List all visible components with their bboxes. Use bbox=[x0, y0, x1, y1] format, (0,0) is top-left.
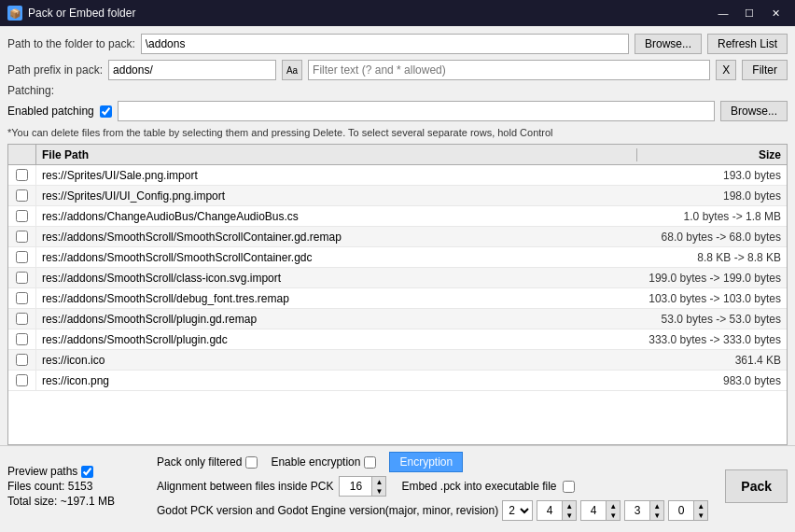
pack-button[interactable]: Pack bbox=[725, 469, 788, 503]
alignment-row: Alignment between files inside PCK ▲ ▼ E… bbox=[157, 476, 716, 497]
table-row[interactable]: res://icon.png983.0 bytes bbox=[8, 371, 787, 391]
table-row[interactable]: res://addons/SmoothScroll/debug_font.tre… bbox=[8, 288, 787, 309]
bottom-left: Preview paths Files count: 5153 Total si… bbox=[7, 465, 157, 508]
clear-filter-button[interactable]: X bbox=[716, 60, 736, 80]
embed-label: Embed .pck into executable file bbox=[401, 480, 556, 493]
alignment-down-button[interactable]: ▼ bbox=[372, 486, 385, 496]
files-count-value: 5153 bbox=[68, 480, 93, 493]
row-size: 103.0 bytes -> 103.0 bytes bbox=[637, 292, 787, 305]
bottom-right: Pack bbox=[725, 469, 788, 503]
revision2-down[interactable]: ▼ bbox=[694, 511, 707, 520]
alignment-value[interactable] bbox=[339, 476, 372, 497]
aa-button[interactable]: Aa bbox=[282, 60, 302, 80]
table-row[interactable]: res://icon.ico361.4 KB bbox=[8, 350, 787, 371]
row-checkbox[interactable] bbox=[16, 292, 28, 304]
patching-section: Patching: Enabled patching Browse... bbox=[7, 84, 788, 121]
table-row[interactable]: res://addons/SmoothScroll/SmoothScrollCo… bbox=[8, 227, 787, 247]
table-row[interactable]: res://addons/SmoothScroll/plugin.gdc333.… bbox=[8, 329, 787, 350]
content-area: Path to the folder to pack: Browse... Re… bbox=[0, 26, 795, 532]
revision-up[interactable]: ▲ bbox=[650, 501, 663, 511]
row-size: 68.0 bytes -> 68.0 bytes bbox=[637, 231, 787, 244]
enabled-patching-checkbox[interactable] bbox=[100, 105, 112, 118]
maximize-button[interactable]: ☐ bbox=[737, 4, 761, 22]
minor-up[interactable]: ▲ bbox=[607, 501, 620, 511]
filter-button[interactable]: Filter bbox=[742, 60, 788, 80]
revision2-input[interactable] bbox=[668, 500, 694, 521]
revision2-up[interactable]: ▲ bbox=[694, 501, 707, 511]
patching-path-input[interactable] bbox=[118, 101, 715, 121]
row-path: res://addons/SmoothScroll/debug_font.tre… bbox=[36, 292, 637, 305]
revision-down[interactable]: ▼ bbox=[650, 511, 663, 520]
row-checkbox[interactable] bbox=[16, 272, 28, 284]
revision2-spinbox-btns: ▲ ▼ bbox=[694, 500, 708, 521]
pack-only-filtered-checkbox[interactable] bbox=[245, 456, 258, 469]
row-checkbox[interactable] bbox=[16, 313, 28, 325]
row-check bbox=[8, 227, 36, 246]
revision2-spinbox[interactable]: ▲ ▼ bbox=[668, 500, 708, 521]
files-count-row: Files count: 5153 bbox=[7, 480, 157, 493]
table-row[interactable]: res://addons/SmoothScroll/class-icon.svg… bbox=[8, 268, 787, 288]
major-spinbox-btns: ▲ ▼ bbox=[563, 500, 577, 521]
row-checkbox[interactable] bbox=[16, 374, 28, 386]
row-size: 198.0 bytes bbox=[637, 189, 787, 203]
row-checkbox[interactable] bbox=[16, 169, 28, 181]
preview-paths-checkbox[interactable] bbox=[81, 466, 93, 478]
browse-button-folder[interactable]: Browse... bbox=[635, 34, 702, 54]
bottom-middle: Pack only filtered Enable encryption Enc… bbox=[157, 452, 716, 521]
major-down[interactable]: ▼ bbox=[563, 511, 576, 520]
version-row: Godot PCK version and Godot Engine versi… bbox=[157, 500, 716, 521]
browse-button-patching[interactable]: Browse... bbox=[720, 101, 788, 121]
preview-paths-label: Preview paths bbox=[7, 465, 77, 478]
enable-encryption-row: Enable encryption bbox=[271, 455, 376, 469]
table-row[interactable]: res://addons/SmoothScroll/plugin.gd.rema… bbox=[8, 309, 787, 329]
enable-encryption-checkbox[interactable] bbox=[364, 456, 376, 469]
pck-version-spinbox[interactable]: 2 1 bbox=[502, 500, 533, 521]
row-checkbox[interactable] bbox=[16, 251, 28, 263]
pack-only-filtered-row: Pack only filtered bbox=[157, 455, 258, 469]
title-bar-controls: — ☐ ✕ bbox=[711, 4, 788, 22]
row-path: res://addons/SmoothScroll/class-icon.svg… bbox=[36, 272, 637, 285]
minor-input[interactable] bbox=[580, 500, 607, 521]
encryption-button[interactable]: Encryption bbox=[389, 452, 463, 472]
row-path: res://addons/SmoothScroll/SmoothScrollCo… bbox=[36, 231, 637, 244]
close-button[interactable]: ✕ bbox=[763, 4, 788, 22]
filter-input[interactable] bbox=[308, 60, 710, 80]
minimize-button[interactable]: — bbox=[711, 4, 735, 22]
revision-spinbox[interactable]: ▲ ▼ bbox=[624, 500, 664, 521]
col-checkbox-header bbox=[8, 145, 36, 164]
table-row[interactable]: res://Sprites/UI/UI_Config.png.import198… bbox=[8, 186, 787, 206]
major-spinbox[interactable]: ▲ ▼ bbox=[537, 500, 577, 521]
enabled-patching-label: Enabled patching bbox=[7, 105, 94, 118]
row-check bbox=[8, 288, 36, 308]
total-size-label: Total size: bbox=[7, 495, 57, 508]
row-checkbox[interactable] bbox=[16, 231, 28, 243]
patching-label: Patching: bbox=[7, 84, 788, 97]
minor-down[interactable]: ▼ bbox=[607, 511, 620, 520]
embed-checkbox[interactable] bbox=[563, 481, 575, 493]
minor-spinbox-btns: ▲ ▼ bbox=[607, 500, 621, 521]
row-check bbox=[8, 329, 36, 349]
minor-spinbox[interactable]: ▲ ▼ bbox=[580, 500, 621, 521]
prefix-input[interactable] bbox=[108, 60, 276, 80]
row-checkbox[interactable] bbox=[16, 333, 28, 345]
table-row[interactable]: res://addons/ChangeAudioBus/ChangeAudioB… bbox=[8, 206, 787, 227]
alignment-spinbox[interactable]: ▲ ▼ bbox=[339, 476, 386, 497]
row-checkbox[interactable] bbox=[16, 189, 28, 202]
revision-input[interactable] bbox=[624, 500, 650, 521]
folder-path-label: Path to the folder to pack: bbox=[7, 37, 135, 50]
major-input[interactable] bbox=[537, 500, 563, 521]
row-size: 53.0 bytes -> 53.0 bytes bbox=[637, 313, 787, 326]
pck-version-select[interactable]: 2 1 bbox=[502, 500, 533, 521]
revision-spinbox-btns: ▲ ▼ bbox=[650, 500, 664, 521]
row-checkbox[interactable] bbox=[16, 354, 28, 366]
refresh-list-button[interactable]: Refresh List bbox=[707, 34, 788, 54]
row-checkbox[interactable] bbox=[16, 210, 28, 222]
major-up[interactable]: ▲ bbox=[563, 501, 576, 511]
alignment-up-button[interactable]: ▲ bbox=[372, 477, 385, 486]
table-body[interactable]: res://Sprites/UI/Sale.png.import193.0 by… bbox=[8, 165, 787, 444]
title-bar: 📦 Pack or Embed folder — ☐ ✕ bbox=[0, 0, 795, 26]
table-row[interactable]: res://Sprites/UI/Sale.png.import193.0 by… bbox=[8, 165, 787, 186]
table-row[interactable]: res://addons/SmoothScroll/SmoothScrollCo… bbox=[8, 247, 787, 268]
folder-path-input[interactable] bbox=[141, 34, 629, 54]
row-path: res://addons/ChangeAudioBus/ChangeAudioB… bbox=[36, 210, 637, 223]
